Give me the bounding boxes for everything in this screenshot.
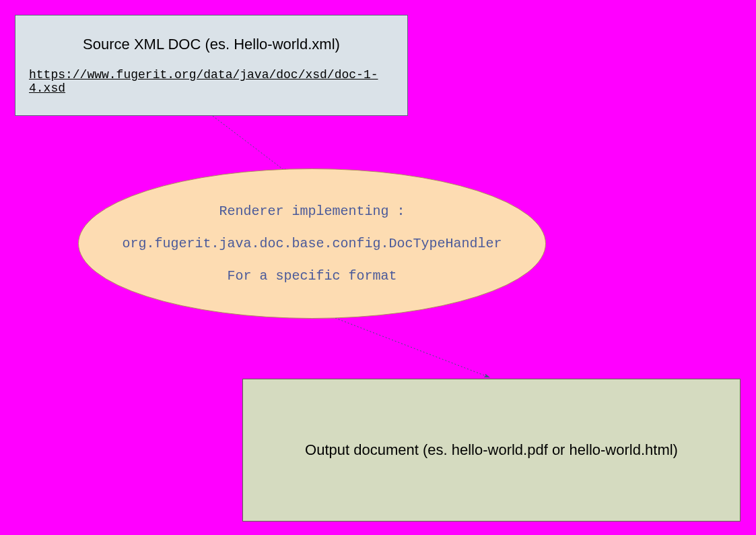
- renderer-ellipse-text: Renderer implementing : org.fugerit.java…: [77, 168, 547, 319]
- xsd-link[interactable]: https://www.fugerit.org/data/java/doc/xs…: [29, 68, 394, 95]
- renderer-line3: For a specific format: [227, 260, 397, 292]
- renderer-ellipse: Renderer implementing : org.fugerit.java…: [77, 168, 547, 319]
- source-xml-title: Source XML DOC (es. Hello-world.xml): [83, 36, 340, 53]
- output-document-box: Output document (es. hello-world.pdf or …: [242, 379, 741, 522]
- renderer-line1: Renderer implementing :: [219, 195, 405, 228]
- svg-line-0: [213, 116, 288, 173]
- output-document-text: Output document (es. hello-world.pdf or …: [305, 441, 678, 459]
- source-xml-box: Source XML DOC (es. Hello-world.xml) htt…: [15, 15, 408, 116]
- svg-line-1: [335, 318, 489, 377]
- renderer-line2: org.fugerit.java.doc.base.config.DocType…: [122, 228, 502, 260]
